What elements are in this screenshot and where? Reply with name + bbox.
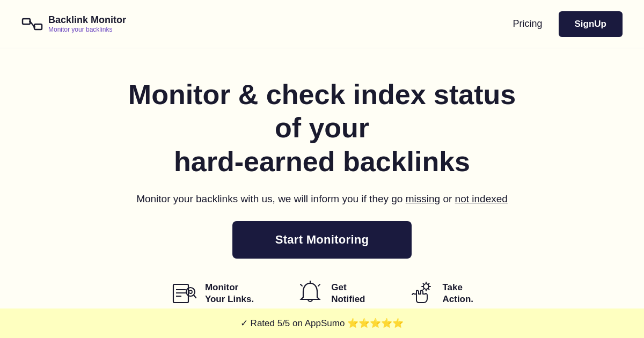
feature-get-notified: GetNotified [297, 280, 365, 307]
rating-text: ✓ Rated 5/5 on AppSumo ⭐⭐⭐⭐⭐ [240, 318, 404, 329]
logo-subtitle: Monitor your backlinks [48, 26, 126, 33]
svg-line-22 [428, 284, 429, 285]
feature-monitor-links-label: MonitorYour Links. [205, 282, 254, 305]
feature-take-action-label: TakeAction. [442, 282, 473, 305]
svg-line-14 [318, 284, 320, 286]
features-row: MonitorYour Links. GetNotified [171, 280, 473, 307]
hero-title-line1: Monitor & check index status of your [128, 79, 516, 143]
svg-point-3 [29, 20, 31, 23]
subtitle-before: Monitor your backlinks with us, we will … [136, 193, 406, 204]
logo-icon [21, 13, 43, 35]
svg-rect-0 [23, 19, 30, 24]
logo-area: Backlink Monitor Monitor your backlinks [21, 13, 126, 35]
pricing-link[interactable]: Pricing [513, 18, 542, 30]
subtitle-missing: missing [406, 193, 440, 204]
svg-line-13 [301, 284, 302, 286]
logo-title: Backlink Monitor [48, 14, 126, 26]
hero-title: Monitor & check index status of your har… [113, 78, 531, 178]
subtitle-not-indexed: not indexed [455, 193, 508, 204]
feature-take-action: TakeAction. [408, 280, 473, 307]
monitor-links-icon [171, 280, 197, 307]
subtitle-between: or [440, 193, 455, 204]
svg-line-20 [423, 284, 425, 285]
feature-monitor-links: MonitorYour Links. [171, 280, 254, 307]
get-notified-icon [297, 280, 324, 307]
take-action-icon [408, 280, 435, 307]
svg-line-11 [194, 295, 196, 298]
hero-subtitle: Monitor your backlinks with us, we will … [136, 193, 508, 205]
rating-bar: ✓ Rated 5/5 on AppSumo ⭐⭐⭐⭐⭐ [0, 308, 644, 338]
nav-area: Pricing SignUp [513, 11, 623, 37]
svg-line-21 [428, 289, 429, 290]
logo-text-group: Backlink Monitor Monitor your backlinks [48, 14, 126, 33]
main-content: Monitor & check index status of your har… [0, 48, 644, 307]
svg-rect-1 [34, 24, 42, 30]
header: Backlink Monitor Monitor your backlinks … [0, 0, 644, 48]
svg-point-4 [33, 26, 35, 28]
svg-point-10 [189, 290, 192, 293]
hero-title-line2: hard-earned backlinks [174, 146, 470, 177]
signup-button[interactable]: SignUp [559, 11, 623, 37]
feature-get-notified-label: GetNotified [331, 282, 365, 305]
start-monitoring-button[interactable]: Start Monitoring [232, 221, 412, 259]
svg-line-23 [423, 289, 425, 290]
